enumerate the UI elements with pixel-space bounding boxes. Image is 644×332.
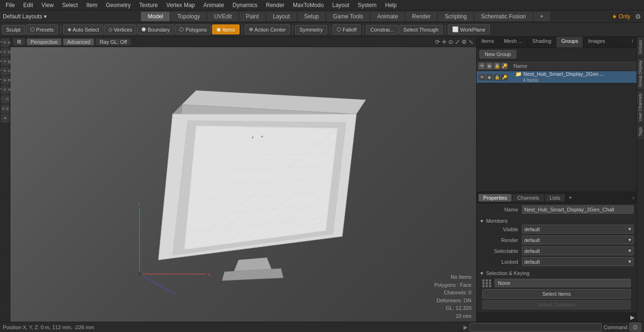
- symmetry-button[interactable]: Symmetry: [295, 25, 327, 34]
- prop-selectable-select[interactable]: default ▾: [522, 246, 634, 255]
- layout-tab-render[interactable]: Render: [405, 12, 437, 21]
- auto-select-button[interactable]: ◈ Auto Select: [63, 24, 103, 34]
- menu-animate[interactable]: Animate: [199, 1, 228, 9]
- prop-visible-select[interactable]: default ▾: [522, 225, 634, 234]
- menu-help[interactable]: Help: [381, 1, 401, 9]
- vp-raygl-btn[interactable]: Ray GL: Off: [96, 39, 131, 45]
- command-execute-button[interactable]: ⊙: [629, 323, 641, 332]
- layout-dropdown[interactable]: Default Layouts ▾: [3, 13, 47, 20]
- rpanel-tab-items[interactable]: Items: [477, 37, 499, 48]
- menu-render[interactable]: Render: [262, 1, 288, 9]
- vtab-user-channels[interactable]: User Channels: [637, 90, 644, 124]
- menu-view[interactable]: View: [38, 1, 58, 9]
- action-center-button[interactable]: ⊕ Action Center: [245, 24, 290, 34]
- vp-advanced-btn[interactable]: Advanced: [63, 39, 94, 45]
- sidebar-icon-9[interactable]: F: [1, 114, 9, 122]
- layout-tab-paint[interactable]: Paint: [239, 12, 265, 21]
- sidebar-icon-2[interactable]: Dup: [1, 48, 9, 57]
- select-channels-button[interactable]: Select Channels: [482, 300, 631, 309]
- sidebar-icon-7[interactable]: C:: [1, 95, 9, 104]
- rpanel-tab-groups[interactable]: Groups: [556, 37, 583, 48]
- prop-render-select[interactable]: default ▾: [522, 235, 634, 244]
- sep4: [330, 25, 330, 34]
- sidebar-icon-8[interactable]: UV: [1, 105, 9, 113]
- prop-expand-icon[interactable]: ↕: [632, 195, 635, 200]
- layout-tab-scripting[interactable]: Scripting: [438, 12, 473, 21]
- vp-perspective-btn[interactable]: Perspective: [27, 39, 61, 45]
- rpanel-expand-icon[interactable]: ↕: [628, 37, 636, 48]
- menu-dynamics[interactable]: Dynamics: [229, 1, 261, 9]
- menu-edit[interactable]: Edit: [19, 1, 37, 9]
- prop-tab-lists[interactable]: Lists: [545, 194, 565, 202]
- layout-tab-uvedit[interactable]: UVEdit: [207, 12, 238, 21]
- prop-name-input[interactable]: [522, 205, 634, 214]
- rpanel-tab-images[interactable]: Images: [583, 37, 610, 48]
- menu-maxtomodo[interactable]: MaxToModo: [289, 1, 327, 9]
- sidebar-icon-1[interactable]: Def: [1, 39, 9, 47]
- prop-tab-add[interactable]: +: [566, 194, 575, 202]
- bottom-expand-icon[interactable]: ▶: [630, 314, 635, 321]
- select-items-button[interactable]: Select Items: [482, 289, 631, 299]
- falloff-button[interactable]: ⬡ Falloff: [332, 24, 361, 34]
- select-through-button[interactable]: Select Through: [399, 25, 443, 34]
- layout-tab-setup[interactable]: Setup: [297, 12, 325, 21]
- layout-tab-gametools[interactable]: Game Tools: [326, 12, 370, 21]
- new-group-button[interactable]: New Group: [479, 50, 516, 58]
- group-key-icon[interactable]: 🔑: [501, 74, 508, 81]
- rpanel-tab-shading[interactable]: Shading: [528, 37, 556, 48]
- menu-item[interactable]: Item: [83, 1, 101, 9]
- menu-select[interactable]: Select: [58, 1, 82, 9]
- gear-icon[interactable]: ⚙: [635, 13, 641, 20]
- workplane-button[interactable]: ⬜ WorkPlane: [448, 24, 490, 34]
- menu-layout[interactable]: Layout: [329, 1, 353, 9]
- menu-system[interactable]: System: [354, 1, 380, 9]
- layout-tab-topology[interactable]: Topology: [171, 12, 206, 21]
- layout-tab-schematic[interactable]: Schematic Fusion: [474, 12, 532, 21]
- prop-tab-properties[interactable]: Properties: [479, 194, 512, 202]
- prop-locked-select[interactable]: default ▾: [522, 257, 634, 266]
- sidebar-icon-5[interactable]: Edi: [1, 76, 9, 85]
- prop-tab-channels[interactable]: Channels: [512, 194, 544, 202]
- command-input[interactable]: [470, 323, 602, 332]
- sidebar-icon-3[interactable]: Mes: [1, 57, 9, 66]
- vp-mode-btn[interactable]: ⊞: [13, 38, 25, 45]
- sculpt-button[interactable]: Sculpt: [2, 25, 25, 34]
- layout-tab-animate[interactable]: Animate: [371, 12, 405, 21]
- constraints-button[interactable]: Constrai...: [366, 25, 398, 34]
- items-button[interactable]: ◉ Items: [212, 24, 239, 34]
- layout-tab-layout[interactable]: Layout: [266, 12, 297, 21]
- presets-button[interactable]: ⬡ Presets: [26, 24, 58, 34]
- viewport-canvas[interactable]: x y z No Items Polygons : Face Channels:…: [10, 47, 476, 322]
- vtab-group-display[interactable]: Group Display: [637, 57, 644, 90]
- menu-vertex-map[interactable]: Vertex Map: [163, 1, 199, 9]
- vp-icon-rotate[interactable]: ⟳: [435, 39, 440, 45]
- star-only-button[interactable]: ★ Only: [609, 12, 633, 21]
- vtab-groups[interactable]: Groups: [637, 37, 644, 57]
- rpanel-tab-mesh[interactable]: Mesh ...: [499, 37, 528, 48]
- menu-file[interactable]: File: [2, 1, 18, 9]
- bottom-bar: Position X, Y, Z: 0 m, 112 mm, -226 mm ▶…: [0, 322, 644, 332]
- sidebar-icon-6[interactable]: Pol: [1, 86, 9, 94]
- layout-tab-model[interactable]: Model: [141, 12, 170, 21]
- constraints-label: Constrai...: [370, 27, 394, 32]
- group-render-icon[interactable]: ◉: [486, 74, 493, 81]
- vp-icon-zoom[interactable]: ⊙: [448, 39, 453, 45]
- vp-icon-fit[interactable]: ⤢: [455, 39, 460, 45]
- vp-icon-expand[interactable]: ⤡: [469, 39, 473, 45]
- menu-geometry[interactable]: Geometry: [102, 1, 135, 9]
- group-row-0[interactable]: 👁 ◉ 🔒 🔑 📁 Nest_Hub_Smart_Display_2Gen ..…: [477, 71, 636, 83]
- group-lock-icon[interactable]: 🔒: [494, 74, 500, 81]
- layout-tab-add[interactable]: +: [534, 12, 550, 21]
- boundary-button[interactable]: ⬟ Boundary: [137, 24, 174, 34]
- group-vis-icon[interactable]: 👁: [479, 74, 485, 81]
- prop-section-sel-keying: ▼ Selection & Keying: [479, 268, 634, 277]
- svg-text:x: x: [208, 272, 210, 277]
- viewport[interactable]: ⊞ Perspective Advanced Ray GL: Off ⟳ ✛ ⊙…: [10, 37, 476, 322]
- sidebar-icon-4[interactable]: Ver: [1, 67, 9, 75]
- vp-icon-pan[interactable]: ✛: [442, 39, 446, 45]
- polygons-button[interactable]: ⬡ Polygons: [175, 24, 211, 34]
- vertices-button[interactable]: ◇ Vertices: [104, 24, 136, 34]
- vp-icon-settings[interactable]: ⚙: [462, 39, 467, 45]
- vtab-tags[interactable]: Tags: [637, 124, 644, 139]
- menu-texture[interactable]: Texture: [135, 1, 161, 9]
